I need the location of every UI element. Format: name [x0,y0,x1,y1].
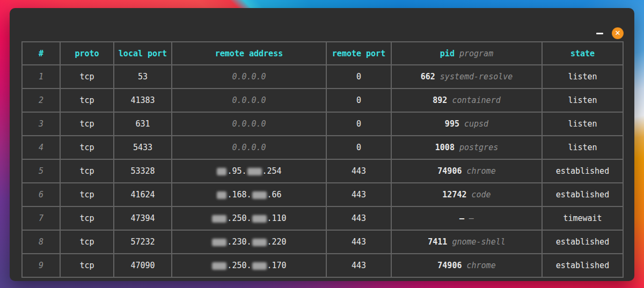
cell-state: timewait [542,206,623,230]
cell-num: 4 [22,136,60,159]
cell-remote-address: 0.0.0.0 [172,88,326,112]
cell-proto: tcp [60,112,114,136]
close-button[interactable]: ✕ [612,27,624,39]
cell-state: established [542,254,623,277]
cell-pid-program: 1008 postgres [391,136,542,159]
cell-num: 7 [22,206,60,230]
cell-local-port: 5433 [114,136,172,159]
address-text: .254 [262,166,282,176]
table-row: 3tcp6310.0.0.00995 cupsdlisten [22,112,623,136]
cell-pid-program: 74906 chrome [391,159,542,183]
cell-pid-program: 662 systemd-resolve [391,65,542,88]
redacted-octet [212,215,226,223]
cell-num: 9 [22,254,60,277]
cell-proto: tcp [60,183,114,206]
cell-remote-address: 0.0.0.0 [172,65,326,88]
cell-state: established [542,159,623,183]
cell-pid-program: 74906 chrome [391,254,542,277]
minimize-button[interactable] [596,33,603,34]
table-row: 2tcp413830.0.0.00892 containerdlisten [22,88,623,112]
redacted-octet [252,191,267,199]
cell-pid-program: 892 containerd [391,88,542,112]
cell-remote-port: 0 [326,136,391,159]
table-header-row: #protolocal portremote addressremote por… [22,42,623,65]
cell-local-port: 53 [114,65,172,88]
table-row: 8tcp57232.230..2204437411 gnome-shellest… [22,230,623,254]
cell-state: established [542,183,623,206]
address-text: .250. [227,213,251,223]
cell-proto: tcp [60,230,114,254]
cell-remote-port: 0 [326,65,391,88]
cell-num: 8 [22,230,60,254]
cell-remote-port: 443 [326,230,391,254]
column-header-proto: proto [60,42,114,65]
column-header-remote_address: remote address [172,42,326,65]
cell-num: 1 [22,65,60,88]
cell-state: established [542,230,623,254]
redacted-octet [217,191,226,199]
redacted-octet [247,168,262,175]
desktop-wallpaper: { "colors": { "window_bg": "#2e2e2e", "g… [0,0,644,288]
cell-local-port: 47394 [114,206,172,230]
cell-num: 2 [22,88,60,112]
address-text: .170 [267,261,287,270]
address-text: .220 [267,237,287,247]
cell-remote-port: 443 [326,159,391,183]
address-text: .250. [227,261,251,270]
cell-remote-address: 0.0.0.0 [172,112,326,136]
cell-remote-address: .230..220 [172,230,326,254]
cell-local-port: 631 [114,112,172,136]
table-row: 9tcp47090.250..17044374906 chromeestabli… [22,254,623,277]
column-header-state: state [542,42,623,65]
redacted-octet [212,262,226,270]
cell-num: 6 [22,183,60,206]
cell-proto: tcp [60,254,114,277]
table-row: 4tcp54330.0.0.001008 postgreslisten [22,136,623,159]
cell-local-port: 41624 [114,183,172,206]
column-header-num: # [22,42,60,65]
cell-num: 5 [22,159,60,183]
cell-proto: tcp [60,159,114,183]
cell-remote-address: .95..254 [172,159,326,183]
cell-pid-program: – – [391,206,542,230]
table-row: 1tcp530.0.0.00662 systemd-resolvelisten [22,65,623,88]
cell-proto: tcp [60,136,114,159]
cell-remote-address: .168..66 [172,183,326,206]
redacted-octet [212,239,226,246]
cell-local-port: 53328 [114,159,172,183]
cell-state: listen [542,88,623,112]
cell-pid-program: 995 cupsd [391,112,542,136]
column-header-remote_port: remote port [326,42,391,65]
cell-state: listen [542,112,623,136]
cell-remote-port: 443 [326,206,391,230]
redacted-octet [252,239,267,246]
redacted-octet [252,262,267,270]
column-header-pid: pid program [391,42,542,65]
cell-local-port: 47090 [114,254,172,277]
redacted-octet [217,168,226,175]
cell-pid-program: 12742 code [391,183,542,206]
cell-remote-port: 443 [326,183,391,206]
cell-proto: tcp [60,88,114,112]
cell-pid-program: 7411 gnome-shell [391,230,542,254]
address-text: .66 [267,190,282,200]
window-titlebar[interactable]: ✕ [10,8,634,41]
cell-proto: tcp [60,65,114,88]
table-row: 6tcp41624.168..6644312742 codeestablishe… [22,183,623,206]
cell-state: listen [542,136,623,159]
cell-remote-address: .250..170 [172,254,326,277]
table-row: 7tcp47394.250..110443– –timewait [22,206,623,230]
cell-local-port: 41383 [114,88,172,112]
cell-local-port: 57232 [114,230,172,254]
address-text: .95. [227,166,246,176]
connections-table: #protolocal portremote addressremote por… [21,41,624,278]
table-row: 5tcp53328.95..25444374906 chromeestablis… [22,159,623,183]
redacted-octet [252,215,267,223]
cell-state: listen [542,65,623,88]
cell-remote-port: 0 [326,88,391,112]
terminal-window: ✕ #protolocal portremote addressremote p… [10,8,634,281]
cell-remote-port: 443 [326,254,391,277]
cell-remote-port: 0 [326,112,391,136]
address-text: .110 [267,213,287,223]
cell-num: 3 [22,112,60,136]
